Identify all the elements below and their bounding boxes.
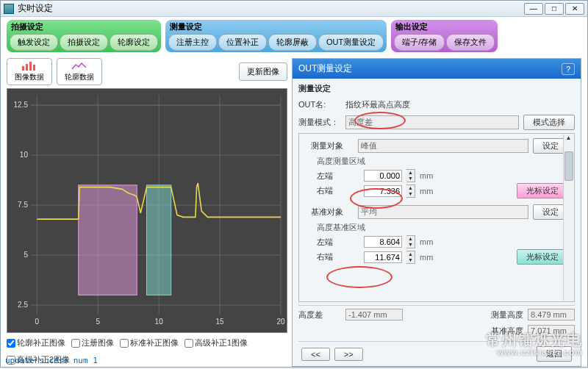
target-left-input[interactable] xyxy=(364,170,402,182)
target-value: 峰值 xyxy=(358,139,528,153)
btn-profile-set[interactable]: 轮廓设定 xyxy=(110,34,158,51)
svg-text:10: 10 xyxy=(20,151,28,159)
out-name-value: 指纹环最高点高度 xyxy=(345,99,410,110)
svg-text:2.5: 2.5 xyxy=(18,301,28,309)
diff-value: -1.407 mm xyxy=(345,309,403,320)
back-button[interactable]: 返回 xyxy=(537,346,572,362)
spin[interactable]: ▲▼ xyxy=(406,184,415,198)
svg-text:12.5: 12.5 xyxy=(14,101,29,109)
prev-button[interactable]: << xyxy=(301,348,330,361)
svg-rect-1 xyxy=(26,64,28,71)
unit: mm xyxy=(420,253,433,262)
ribbon-title-output: 输出设定 xyxy=(391,21,498,34)
minimize-button[interactable]: — xyxy=(524,3,543,15)
chk-profile-correct[interactable]: 轮廓补正图像 xyxy=(7,337,65,348)
btn-image-data[interactable]: 图像数据 xyxy=(7,58,52,85)
btn-trigger-set[interactable]: 触发设定 xyxy=(10,34,58,51)
ribbon-title-capture: 拍摄设定 xyxy=(7,21,161,34)
spin[interactable]: ▲▼ xyxy=(406,235,415,248)
maximize-button[interactable]: □ xyxy=(545,3,564,15)
base-left-lbl: 左端 xyxy=(317,237,359,248)
btn-terminal[interactable]: 端子/存储 xyxy=(394,34,445,51)
meas-h-label: 测量高度 xyxy=(491,309,523,320)
next-button[interactable]: >> xyxy=(334,348,363,361)
status-text: update sucess num 1 xyxy=(5,356,98,365)
app-icon xyxy=(4,4,14,14)
btn-pos-correct[interactable]: 位置补正 xyxy=(218,34,267,51)
mode-label: 测量模式： xyxy=(298,117,341,128)
svg-rect-26 xyxy=(147,185,171,295)
titlebar: 实时设定 — □ ✕ xyxy=(1,1,587,17)
btn-capture-set[interactable]: 拍摄设定 xyxy=(60,34,108,51)
linechart-icon xyxy=(71,61,87,71)
mode-value: 高度差 xyxy=(345,115,519,129)
base-value: 平均 xyxy=(358,205,528,219)
btn-profile-mask[interactable]: 轮廓屏蔽 xyxy=(268,34,317,51)
svg-text:7.5: 7.5 xyxy=(18,201,28,209)
target-area-label: 高度测量区域 xyxy=(317,156,365,167)
out-name-label: OUT名: xyxy=(298,99,341,110)
base-area-label: 高度基准区域 xyxy=(317,222,365,233)
diff-label: 高度差 xyxy=(298,309,341,320)
svg-text:10: 10 xyxy=(155,318,163,326)
base-h-label: 基准高度 xyxy=(491,326,523,337)
svg-text:5: 5 xyxy=(96,318,100,326)
svg-text:20: 20 xyxy=(276,318,284,326)
spin[interactable]: ▲▼ xyxy=(406,169,415,182)
chart-area: 2.557.51012.505101520 xyxy=(7,88,287,333)
btn-out-measure[interactable]: OUT测量设定 xyxy=(318,34,384,51)
btn-profile-data[interactable]: 轮廓数据 xyxy=(57,58,102,85)
section-title-text: OUT测量设定 xyxy=(298,62,352,75)
ribbon-title-measure: 测量设定 xyxy=(165,21,387,34)
chk-adv1[interactable]: 高级补正1图像 xyxy=(184,337,248,348)
chk-std-correct[interactable]: 标准补正图像 xyxy=(120,337,179,348)
help-button[interactable]: ? xyxy=(562,63,575,75)
svg-text:5: 5 xyxy=(24,251,28,259)
btn-update-image[interactable]: 更新图像 xyxy=(239,62,287,81)
btn-image-data-label: 图像数据 xyxy=(15,72,44,82)
target-right-input[interactable] xyxy=(364,185,402,197)
mode-select-button[interactable]: 模式选择 xyxy=(523,115,575,130)
base-left-input[interactable] xyxy=(364,236,402,248)
params-scroll: 测量对象 峰值 设定 高度测量区域 左端 ▲▼ mm 右端 ▲▼ xyxy=(298,133,575,302)
scrollbar[interactable]: ▲ xyxy=(563,135,573,301)
unit: mm xyxy=(420,171,433,180)
svg-rect-25 xyxy=(79,185,137,295)
base-h-value: 7.071 mm xyxy=(528,325,575,337)
unit: mm xyxy=(420,187,433,196)
ribbon-group-output: 输出设定 端子/存储 保存文件 xyxy=(391,20,498,52)
base-label: 基准对象 xyxy=(311,207,354,218)
meas-set-label: 测量设定 xyxy=(298,83,575,94)
chk-reg-image[interactable]: 注册图像 xyxy=(71,337,114,348)
btn-save-file[interactable]: 保存文件 xyxy=(446,34,495,51)
btn-profile-data-label: 轮廓数据 xyxy=(65,72,94,82)
target-left-lbl: 左端 xyxy=(317,171,359,182)
ribbon-group-capture: 拍摄设定 触发设定 拍摄设定 轮廓设定 xyxy=(7,20,161,52)
svg-text:0: 0 xyxy=(35,318,40,326)
cursor-set-pink[interactable]: 光标设定 xyxy=(517,183,568,198)
target-right-lbl: 右端 xyxy=(317,185,359,196)
base-right-lbl: 右端 xyxy=(317,251,359,262)
btn-reg-master[interactable]: 注册主控 xyxy=(168,34,217,51)
barchart-icon xyxy=(21,61,37,71)
section-title: OUT测量设定 ? xyxy=(293,59,581,79)
ribbon-group-measure: 测量设定 注册主控 位置补正 轮廓屏蔽 OUT测量设定 xyxy=(165,20,387,52)
meas-h-value: 8.479 mm xyxy=(528,309,575,320)
target-label: 测量对象 xyxy=(311,140,354,151)
base-right-input[interactable] xyxy=(364,251,402,263)
window-title: 实时设定 xyxy=(18,2,53,15)
cursor-set-aqua[interactable]: 光标设定 xyxy=(517,249,568,265)
spin[interactable]: ▲▼ xyxy=(406,251,415,264)
svg-rect-3 xyxy=(33,65,35,71)
svg-rect-2 xyxy=(29,62,32,71)
unit: mm xyxy=(420,237,433,246)
svg-text:15: 15 xyxy=(216,318,224,326)
close-button[interactable]: ✕ xyxy=(565,3,584,15)
svg-rect-0 xyxy=(22,66,24,71)
